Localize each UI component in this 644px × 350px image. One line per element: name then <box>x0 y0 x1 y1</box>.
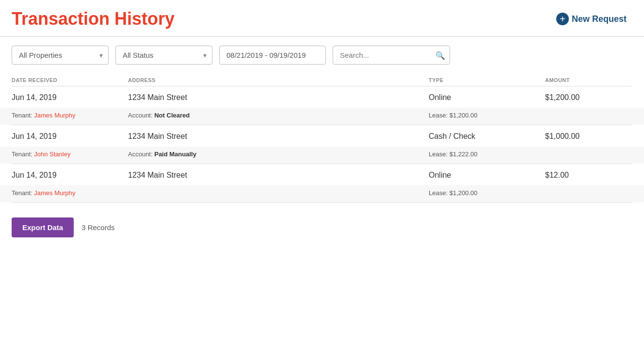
transaction-amount: $12.00 <box>545 171 632 180</box>
transaction-amount: $1,000.00 <box>545 132 632 141</box>
account-cell <box>128 189 429 197</box>
new-request-button[interactable]: + New Request <box>550 9 632 29</box>
export-data-button[interactable]: Export Data <box>12 217 74 237</box>
transaction-table: DATE RECEIVED ADDRESS TYPE AMOUNT Jun 14… <box>0 73 644 203</box>
status-filter-wrapper: All Status ▾ <box>115 46 212 65</box>
transaction-address: 1234 Main Street <box>128 171 429 180</box>
plus-icon: + <box>556 13 569 25</box>
tenant-link[interactable]: John Stanley <box>34 150 70 158</box>
page-header: Transaction History + New Request <box>0 0 644 37</box>
empty-cell <box>545 189 632 197</box>
transaction-main-row: Jun 14, 2019 1234 Main Street Cash / Che… <box>12 125 632 147</box>
account-cell: Account: Not Cleared <box>128 112 429 119</box>
transaction-amount: $1,200.00 <box>545 93 632 102</box>
date-range-input[interactable] <box>219 46 326 65</box>
search-wrapper: 🔍 <box>333 46 450 65</box>
table-row: Jun 14, 2019 1234 Main Street Cash / Che… <box>12 125 632 164</box>
status-select[interactable]: All Status <box>115 46 212 65</box>
filters-bar: All Properties ▾ All Status ▾ 🔍 <box>0 37 644 73</box>
table-header: DATE RECEIVED ADDRESS TYPE AMOUNT <box>12 73 632 86</box>
lease-cell: Lease: $1,200.00 <box>429 112 545 119</box>
new-request-label: New Request <box>572 14 627 24</box>
tenant-cell: Tenant: John Stanley <box>12 150 128 158</box>
transaction-sub-row: Tenant: James Murphy Account: Not Cleare… <box>0 108 644 125</box>
col-header-type: TYPE <box>429 77 545 83</box>
transaction-address: 1234 Main Street <box>128 93 429 102</box>
tenant-cell: Tenant: James Murphy <box>12 112 128 119</box>
transaction-main-row: Jun 14, 2019 1234 Main Street Online $12… <box>12 164 632 185</box>
transaction-address: 1234 Main Street <box>128 132 429 141</box>
col-header-date: DATE RECEIVED <box>12 77 128 83</box>
col-header-address: ADDRESS <box>128 77 429 83</box>
page-title: Transaction History <box>12 9 175 29</box>
table-row: Jun 14, 2019 1234 Main Street Online $1,… <box>12 86 632 125</box>
tenant-link[interactable]: James Murphy <box>34 112 75 119</box>
transaction-type: Cash / Check <box>429 132 545 141</box>
records-count: 3 Records <box>81 223 114 232</box>
lease-cell: Lease: $1,222.00 <box>429 150 545 158</box>
properties-select[interactable]: All Properties <box>12 46 109 65</box>
transaction-sub-row: Tenant: James Murphy Lease: $1,200.00 <box>0 185 644 202</box>
account-status: Paid Manually <box>154 150 196 158</box>
lease-cell: Lease: $1,200.00 <box>429 189 545 197</box>
account-cell: Account: Paid Manually <box>128 150 429 158</box>
transaction-date: Jun 14, 2019 <box>12 132 128 141</box>
transaction-date: Jun 14, 2019 <box>12 93 128 102</box>
transaction-sub-row: Tenant: John Stanley Account: Paid Manua… <box>0 147 644 164</box>
transaction-type: Online <box>429 93 545 102</box>
col-header-amount: AMOUNT <box>545 77 632 83</box>
transaction-type: Online <box>429 171 545 180</box>
search-input[interactable] <box>333 46 450 65</box>
tenant-cell: Tenant: James Murphy <box>12 189 128 197</box>
table-row: Jun 14, 2019 1234 Main Street Online $12… <box>12 164 632 203</box>
account-status: Not Cleared <box>154 112 190 119</box>
properties-filter-wrapper: All Properties ▾ <box>12 46 109 65</box>
transaction-date: Jun 14, 2019 <box>12 171 128 180</box>
tenant-link[interactable]: James Murphy <box>34 189 75 197</box>
empty-cell <box>545 112 632 119</box>
footer: Export Data 3 Records <box>0 203 644 252</box>
empty-cell <box>545 150 632 158</box>
transaction-main-row: Jun 14, 2019 1234 Main Street Online $1,… <box>12 86 632 108</box>
